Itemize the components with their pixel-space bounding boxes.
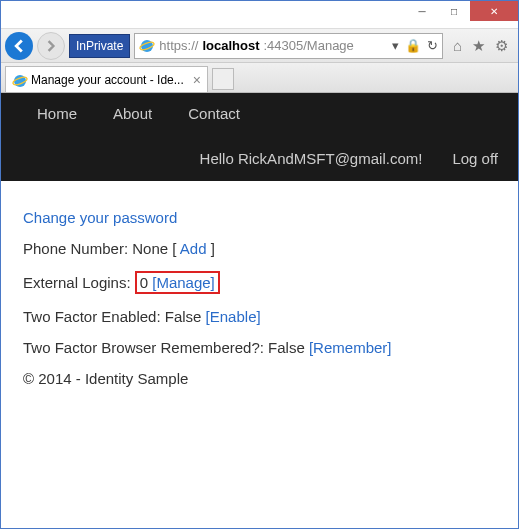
- nav-about[interactable]: About: [113, 105, 152, 122]
- account-content: Change your password Phone Number: None …: [1, 181, 518, 441]
- remember-browser-link[interactable]: [Remember]: [309, 339, 392, 356]
- window-minimize-button[interactable]: ─: [406, 1, 438, 21]
- back-button[interactable]: [5, 32, 33, 60]
- bracket-close: ]: [206, 240, 214, 257]
- tab-title: Manage your account - Ide...: [31, 73, 184, 87]
- refresh-icon[interactable]: ↻: [427, 38, 438, 53]
- external-logins-highlight: 0 [Manage]: [135, 271, 220, 294]
- bracket-open: [: [172, 240, 180, 257]
- two-factor-browser-value: False: [268, 339, 305, 356]
- external-logins-count: 0: [140, 274, 148, 291]
- window-maximize-button[interactable]: □: [438, 1, 470, 21]
- enable-two-factor-link[interactable]: [Enable]: [206, 308, 261, 325]
- ie-icon: [139, 38, 155, 54]
- forward-button[interactable]: [37, 32, 65, 60]
- page-viewport: Home About Contact Hello RickAndMSFT@gma…: [1, 93, 518, 528]
- window-titlebar: ─ □ ✕: [1, 1, 518, 29]
- two-factor-browser-label: Two Factor Browser Remembered?:: [23, 339, 268, 356]
- phone-number-label: Phone Number:: [23, 240, 132, 257]
- home-icon[interactable]: ⌂: [453, 37, 462, 55]
- site-header: Home About Contact Hello RickAndMSFT@gma…: [1, 93, 518, 181]
- change-password-link[interactable]: Change your password: [23, 209, 177, 226]
- nav-home[interactable]: Home: [37, 105, 77, 122]
- favorites-icon[interactable]: ★: [472, 37, 485, 55]
- phone-number-value: None: [132, 240, 168, 257]
- nav-contact[interactable]: Contact: [188, 105, 240, 122]
- url-scheme: https://: [159, 38, 198, 53]
- dropdown-icon[interactable]: ▾: [392, 38, 399, 53]
- window-close-button[interactable]: ✕: [470, 1, 518, 21]
- address-bar-icons: ▾ 🔒 ↻: [392, 38, 438, 53]
- url-rest: :44305/Manage: [263, 38, 353, 53]
- add-phone-link[interactable]: Add: [180, 240, 207, 257]
- tab-strip: Manage your account - Ide... ×: [1, 63, 518, 93]
- browser-navbar: InPrivate https://localhost:44305/Manage…: [1, 29, 518, 63]
- nav-logoff[interactable]: Log off: [452, 150, 498, 167]
- lock-icon[interactable]: 🔒: [405, 38, 421, 53]
- external-logins-label: External Logins:: [23, 274, 135, 291]
- inprivate-badge: InPrivate: [69, 34, 130, 58]
- tools-icon[interactable]: ⚙: [495, 37, 508, 55]
- ie-favicon: [12, 73, 26, 87]
- two-factor-enabled-value: False: [165, 308, 202, 325]
- footer-text: © 2014 - Identity Sample: [23, 370, 496, 387]
- browser-tab[interactable]: Manage your account - Ide... ×: [5, 66, 208, 92]
- two-factor-enabled-label: Two Factor Enabled:: [23, 308, 165, 325]
- address-bar[interactable]: https://localhost:44305/Manage ▾ 🔒 ↻: [134, 33, 443, 59]
- url-host: localhost: [202, 38, 259, 53]
- nav-hello-user[interactable]: Hello RickAndMSFT@gmail.com!: [200, 150, 423, 167]
- new-tab-button[interactable]: [212, 68, 234, 90]
- manage-external-logins-link[interactable]: [Manage]: [152, 274, 215, 291]
- tab-close-icon[interactable]: ×: [193, 72, 201, 88]
